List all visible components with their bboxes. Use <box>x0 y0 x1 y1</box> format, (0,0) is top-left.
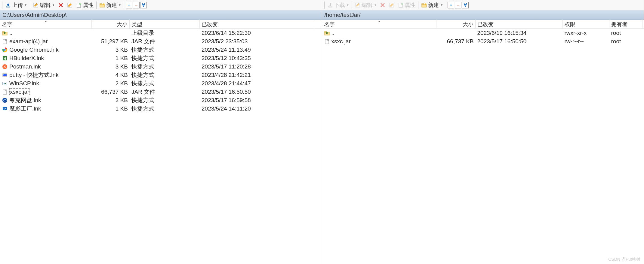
file-size: 66,737 KB <box>92 88 130 96</box>
invert-selection-button[interactable]: ∀ <box>140 2 147 8</box>
folder-up-icon <box>324 30 330 36</box>
file-type: 上级目录 <box>130 29 200 38</box>
file-name: HBuilderX.lnk <box>0 54 92 62</box>
file-icon <box>2 38 8 44</box>
select-all-button[interactable]: + <box>448 2 454 8</box>
file-size: 3 KB <box>92 46 130 54</box>
file-name: putty - 快捷方式.lnk <box>0 71 92 80</box>
file-row[interactable]: 魔影工厂.lnk1 KB快捷方式2023/5/24 14:11:20 <box>0 105 322 113</box>
file-type: 快捷方式 <box>130 79 200 88</box>
local-file-list[interactable]: ..上级目录2023/6/14 15:22:30exam-api(4).jar5… <box>0 29 322 264</box>
file-row[interactable]: ..上级目录2023/6/14 15:22:30 <box>0 29 322 37</box>
properties-label: 属性 <box>83 2 94 9</box>
file-size: 1 KB <box>92 54 130 62</box>
file-changed: 2023/6/19 16:15:34 <box>476 29 563 37</box>
sort-asc-icon: ▴ <box>45 19 47 23</box>
edit-icon <box>355 2 361 8</box>
moying-icon <box>2 106 8 112</box>
file-row[interactable]: ..2023/6/19 16:15:34rwxr-xr-xroot <box>322 29 644 37</box>
dropdown-icon[interactable]: ▼ <box>118 4 121 7</box>
rename-button[interactable] <box>387 2 396 9</box>
file-owner: root <box>609 38 642 45</box>
edit-label: 编辑 <box>362 2 372 9</box>
file-name: 魔影工厂.lnk <box>0 104 92 113</box>
rename-icon <box>67 2 73 8</box>
remote-path-bar[interactable]: /home/testJar/ <box>322 10 644 20</box>
local-header-row: 名字▴ 大小 类型 已改变 <box>0 20 322 29</box>
remote-path-text: /home/testJar/ <box>325 12 361 18</box>
file-row[interactable]: exam-api(4).jar51,297 KBJAR 文件2023/5/2 2… <box>0 37 322 46</box>
header-name[interactable]: 名字▴ <box>0 20 92 29</box>
header-changed[interactable]: 已改变 <box>200 20 314 29</box>
file-name: xsxc.jar <box>322 38 436 45</box>
local-pane: 上传 ▼ 编辑 ▼ 属性 新建 ▼ + − ∀ C:\Users\Admin\D… <box>0 0 322 264</box>
dropdown-icon[interactable]: ▼ <box>24 4 27 7</box>
local-path-bar[interactable]: C:\Users\Admin\Desktop\ <box>0 10 322 20</box>
header-name[interactable]: 名字▴ <box>322 20 436 29</box>
new-button[interactable]: 新建 ▼ <box>98 1 122 9</box>
download-icon <box>327 2 333 8</box>
file-row[interactable]: Postman.lnk3 KB快捷方式2023/5/17 11:20:28 <box>0 62 322 71</box>
file-name: 夸克网盘.lnk <box>0 96 92 105</box>
remote-header-row: 名字▴ 大小 已改变 权限 拥有者 <box>322 20 644 29</box>
file-type: 快捷方式 <box>130 71 200 80</box>
file-row[interactable]: 夸克网盘.lnk2 KB快捷方式2023/5/17 16:59:58 <box>0 96 322 105</box>
file-changed: 2023/4/28 21:44:47 <box>200 80 314 87</box>
file-row[interactable]: putty - 快捷方式.lnk4 KB快捷方式2023/4/28 21:42:… <box>0 71 322 79</box>
file-row[interactable]: Google Chrome.lnk3 KB快捷方式2023/5/24 11:13… <box>0 46 322 54</box>
quark-icon <box>2 97 8 103</box>
dropdown-icon[interactable]: ▼ <box>440 4 443 7</box>
hbuilder-icon <box>2 55 8 61</box>
edit-button[interactable]: 编辑 ▼ <box>353 1 378 9</box>
new-label: 新建 <box>106 2 117 9</box>
file-size: 66,737 KB <box>436 38 476 45</box>
remote-file-list[interactable]: ..2023/6/19 16:15:34rwxr-xr-xrootxsxc.ja… <box>322 29 644 264</box>
file-icon <box>324 38 330 44</box>
header-size[interactable]: 大小 <box>436 20 476 29</box>
file-name: Google Chrome.lnk <box>0 46 92 54</box>
dropdown-icon[interactable]: ▼ <box>346 4 349 7</box>
header-size[interactable]: 大小 <box>92 20 130 29</box>
file-changed: 2023/5/17 16:59:58 <box>200 96 314 104</box>
header-type[interactable]: 类型 <box>130 20 200 29</box>
file-row[interactable]: WinSCP.lnk2 KB快捷方式2023/4/28 21:44:47 <box>0 79 322 88</box>
deselect-all-button[interactable]: − <box>133 2 140 8</box>
dropdown-icon[interactable]: ▼ <box>51 4 55 7</box>
local-toolbar: 上传 ▼ 编辑 ▼ 属性 新建 ▼ + − ∀ <box>0 0 322 10</box>
properties-button[interactable]: 属性 <box>396 1 417 9</box>
header-owner[interactable]: 拥有者 <box>609 20 642 29</box>
header-changed[interactable]: 已改变 <box>476 20 563 29</box>
upload-button[interactable]: 上传 ▼ <box>4 1 28 9</box>
file-row[interactable]: HBuilderX.lnk1 KB快捷方式2023/5/12 10:43:35 <box>0 54 322 62</box>
delete-button[interactable] <box>378 2 387 9</box>
file-size: 1 KB <box>92 105 130 113</box>
file-type: JAR 文件 <box>130 37 200 46</box>
edit-label: 编辑 <box>40 2 51 9</box>
download-label: 下载 <box>334 2 345 9</box>
file-changed: 2023/5/24 14:11:20 <box>200 105 314 113</box>
file-row[interactable]: xsxc.jar66,737 KB2023/5/17 16:50:50rw-r-… <box>322 37 644 46</box>
deselect-all-button[interactable]: − <box>455 2 461 8</box>
edit-button[interactable]: 编辑 ▼ <box>32 1 56 9</box>
file-type: 快捷方式 <box>130 45 200 54</box>
download-button[interactable]: 下载 ▼ <box>326 1 350 9</box>
file-size <box>436 32 476 34</box>
new-button[interactable]: 新建 ▼ <box>420 1 444 9</box>
putty-icon <box>2 72 8 78</box>
properties-button[interactable]: 属性 <box>75 1 95 9</box>
local-path-text: C:\Users\Admin\Desktop\ <box>2 12 66 18</box>
select-all-button[interactable]: + <box>126 2 132 8</box>
file-changed: 2023/5/17 16:50:50 <box>476 38 563 45</box>
file-row[interactable]: xsxc.jar66,737 KBJAR 文件2023/5/17 16:50:5… <box>0 88 322 96</box>
file-changed: 2023/5/2 23:35:03 <box>200 38 314 45</box>
invert-selection-button[interactable]: ∀ <box>462 2 469 8</box>
new-folder-icon <box>99 2 105 8</box>
file-changed: 2023/5/24 11:13:49 <box>200 46 314 54</box>
header-perm[interactable]: 权限 <box>563 20 609 29</box>
file-type: 快捷方式 <box>130 54 200 63</box>
file-type: JAR 文件 <box>130 87 200 96</box>
file-changed: 2023/6/14 15:22:30 <box>200 29 314 37</box>
dropdown-icon[interactable]: ▼ <box>373 4 377 7</box>
delete-button[interactable] <box>57 2 65 9</box>
rename-button[interactable] <box>66 2 74 9</box>
